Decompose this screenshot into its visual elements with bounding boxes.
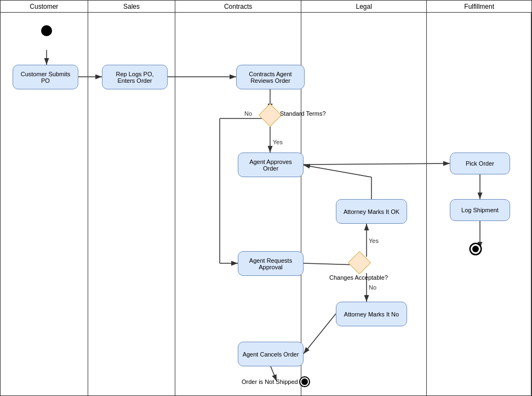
header-contracts: Contracts	[175, 1, 301, 12]
agent-approves-label: Agent Approves Order	[249, 159, 292, 172]
customer-submits-node: Customer Submits PO	[13, 65, 78, 89]
log-shipment-label: Log Shipment	[461, 207, 499, 213]
swimlane-body: Yes No Yes No	[1, 13, 531, 396]
attorney-ok-label: Attorney Marks It OK	[344, 208, 399, 215]
diagram-container: Customer Sales Contracts Legal Fulfillme…	[0, 0, 532, 396]
final-end-node	[471, 244, 480, 254]
rep-logs-node: Rep Logs PO, Enters Order	[102, 65, 168, 89]
swimlane-headers: Customer Sales Contracts Legal Fulfillme…	[1, 1, 531, 13]
attorney-no-node: Attorney Marks It No	[336, 302, 407, 326]
contracts-agent-label: Contracts Agent Reviews Order	[249, 71, 291, 84]
header-legal: Legal	[301, 1, 427, 12]
standard-terms-diamond	[259, 104, 282, 127]
changes-acceptable-label: Changes Acceptable?	[329, 274, 388, 281]
attorney-no-label: Attorney Marks It No	[344, 311, 399, 318]
standard-terms-diamond-container	[262, 107, 278, 123]
not-shipped-end-node	[300, 377, 309, 386]
final-end-container	[471, 244, 480, 254]
header-sales: Sales	[88, 1, 176, 12]
agent-approves-node: Agent Approves Order	[238, 152, 304, 177]
changes-acceptable-diamond	[348, 251, 371, 274]
pick-order-label: Pick Order	[466, 160, 494, 167]
agent-cancels-label: Agent Cancels Order	[243, 351, 299, 358]
contracts-agent-node: Contracts Agent Reviews Order	[236, 65, 305, 89]
not-shipped-container: Order is Not Shipped	[242, 377, 309, 386]
header-fulfillment: Fulfillment	[427, 1, 531, 12]
standard-terms-label: Standard Terms?	[280, 110, 326, 117]
changes-acceptable-diamond-container	[351, 254, 368, 271]
not-shipped-label: Order is Not Shipped	[242, 378, 298, 385]
agent-requests-node: Agent Requests Approval	[238, 251, 304, 276]
start-node	[41, 25, 52, 36]
pick-order-node: Pick Order	[450, 152, 510, 174]
log-shipment-node: Log Shipment	[450, 199, 510, 221]
header-customer: Customer	[1, 1, 88, 12]
rep-logs-label: Rep Logs PO, Enters Order	[116, 71, 153, 84]
attorney-ok-node: Attorney Marks It OK	[336, 199, 407, 224]
agent-cancels-node: Agent Cancels Order	[238, 342, 304, 366]
agent-requests-label: Agent Requests Approval	[249, 257, 292, 270]
customer-submits-label: Customer Submits PO	[21, 71, 70, 84]
